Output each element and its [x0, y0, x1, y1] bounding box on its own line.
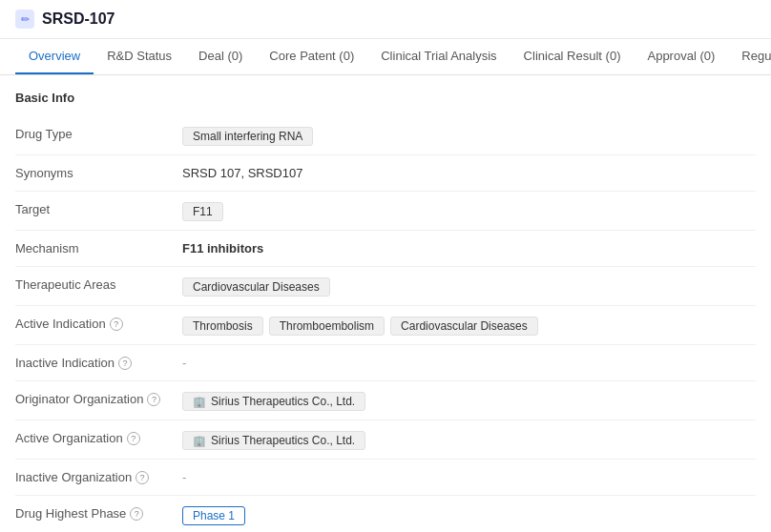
label-inactive-org: Inactive Organization? — [15, 468, 182, 484]
dash-value-inactive-indication: - — [182, 356, 186, 370]
value-active-org: 🏢Sirius Therapeutics Co., Ltd. — [182, 429, 756, 450]
main-content: Basic Info Drug TypeSmall interfering RN… — [0, 75, 771, 532]
title-icon: ✏ — [15, 10, 34, 29]
bold-value-mechanism: F11 inhibitors — [182, 241, 263, 256]
help-icon-inactive-org[interactable]: ? — [135, 471, 149, 484]
row-mechanism: MechanismF11 inhibitors — [15, 231, 756, 267]
help-icon-active-indication[interactable]: ? — [110, 317, 123, 331]
tag-active-indication: Thrombosis — [182, 317, 263, 336]
row-originator-org: Originator Organization?🏢Sirius Therapeu… — [15, 381, 756, 420]
value-mechanism: F11 inhibitors — [182, 239, 756, 256]
title-bar: ✏ SRSD-107 — [0, 0, 771, 39]
help-icon-drug-highest-phase[interactable]: ? — [130, 507, 143, 521]
text-value-synonyms: SRSD 107, SRSD107 — [182, 166, 302, 180]
row-drug-type: Drug TypeSmall interfering RNA — [15, 116, 756, 155]
tab-approval[interactable]: Approval (0) — [634, 39, 728, 74]
value-inactive-org: - — [182, 468, 756, 484]
help-icon-originator-org[interactable]: ? — [147, 393, 160, 406]
value-inactive-indication: - — [182, 354, 756, 370]
tag-therapeutic-areas: Cardiovascular Diseases — [182, 277, 330, 297]
label-active-org: Active Organization? — [15, 429, 182, 445]
row-active-org: Active Organization?🏢Sirius Therapeutics… — [15, 420, 756, 460]
tab-core-patent[interactable]: Core Patent (0) — [256, 39, 367, 74]
label-active-indication: Active Indication? — [15, 315, 182, 331]
label-mechanism: Mechanism — [15, 239, 182, 256]
fields-container: Drug TypeSmall interfering RNASynonymsSR… — [15, 116, 756, 532]
nav-tabs: OverviewR&D StatusDeal (0)Core Patent (0… — [0, 39, 771, 75]
label-originator-org: Originator Organization? — [15, 390, 182, 406]
doc-icon: 🏢 — [193, 435, 206, 447]
tag-drug-type: Small interfering RNA — [182, 127, 313, 146]
label-synonyms: Synonyms — [15, 164, 182, 180]
value-therapeutic-areas: Cardiovascular Diseases — [182, 276, 756, 297]
tab-regulation[interactable]: Regulation (0) — [728, 39, 771, 74]
tag-active-indication: Cardiovascular Diseases — [390, 317, 538, 336]
value-active-indication: ThrombosisThromboembolismCardiovascular … — [182, 315, 756, 336]
value-originator-org: 🏢Sirius Therapeutics Co., Ltd. — [182, 390, 756, 411]
org-name: Sirius Therapeutics Co., Ltd. — [211, 395, 355, 408]
tab-overview[interactable]: Overview — [15, 39, 94, 74]
row-synonyms: SynonymsSRSD 107, SRSD107 — [15, 155, 756, 192]
value-drug-highest-phase: Phase 1 — [182, 504, 756, 525]
org-tag-active-org: 🏢Sirius Therapeutics Co., Ltd. — [182, 431, 365, 450]
tab-rd-status[interactable]: R&D Status — [94, 39, 185, 74]
page-title: SRSD-107 — [42, 10, 115, 28]
tab-deal[interactable]: Deal (0) — [185, 39, 256, 74]
value-synonyms: SRSD 107, SRSD107 — [182, 164, 756, 180]
tab-clinical-result[interactable]: Clinical Result (0) — [511, 39, 635, 74]
help-icon-inactive-indication[interactable]: ? — [118, 357, 132, 370]
label-therapeutic-areas: Therapeutic Areas — [15, 276, 182, 292]
row-target: TargetF11 — [15, 192, 756, 231]
doc-icon: 🏢 — [193, 396, 206, 408]
org-tag-originator-org: 🏢Sirius Therapeutics Co., Ltd. — [182, 392, 365, 411]
tag-target: F11 — [182, 202, 223, 221]
org-name: Sirius Therapeutics Co., Ltd. — [211, 434, 355, 447]
outline-tag-drug-highest-phase: Phase 1 — [182, 506, 245, 525]
label-drug-highest-phase: Drug Highest Phase? — [15, 504, 182, 521]
row-therapeutic-areas: Therapeutic AreasCardiovascular Diseases — [15, 267, 756, 306]
row-drug-highest-phase: Drug Highest Phase?Phase 1 — [15, 496, 756, 532]
row-inactive-indication: Inactive Indication?- — [15, 345, 756, 381]
value-drug-type: Small interfering RNA — [182, 125, 756, 146]
section-title: Basic Info — [15, 91, 756, 105]
tab-clinical-trial[interactable]: Clinical Trial Analysis — [367, 39, 510, 74]
tag-active-indication: Thromboembolism — [269, 317, 385, 336]
help-icon-active-org[interactable]: ? — [127, 432, 140, 445]
row-inactive-org: Inactive Organization?- — [15, 460, 756, 496]
label-target: Target — [15, 200, 182, 216]
value-target: F11 — [182, 200, 756, 221]
row-active-indication: Active Indication?ThrombosisThromboembol… — [15, 306, 756, 345]
label-inactive-indication: Inactive Indication? — [15, 354, 182, 370]
label-drug-type: Drug Type — [15, 125, 182, 141]
dash-value-inactive-org: - — [182, 470, 186, 484]
